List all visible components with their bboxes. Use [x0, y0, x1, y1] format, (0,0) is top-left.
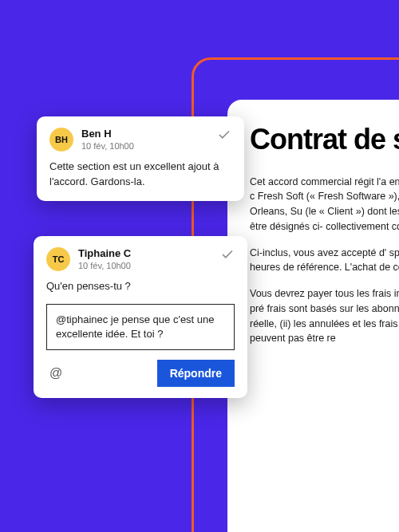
author-block: Ben H 10 fév, 10h00 [81, 128, 217, 152]
comment-timestamp: 10 fév, 10h00 [81, 140, 217, 152]
reply-button[interactable]: Répondre [157, 360, 235, 387]
document-page: Contrat de servic Cet accord commercial … [227, 100, 399, 532]
document-paragraph: Ci-inclus, vous avez accepté d' spécifié… [250, 246, 399, 276]
document-paragraph: Vous devrez payer tous les frais indicat… [250, 286, 399, 346]
avatar: TC [46, 247, 70, 271]
author-name: Tiphaine C [78, 247, 220, 260]
document-title: Contrat de servic [250, 124, 399, 156]
author-name: Ben H [81, 128, 217, 140]
resolve-check-icon[interactable] [220, 247, 235, 262]
comment-body: Cette section est un excellent ajout à l… [49, 160, 231, 190]
document-paragraph: Cet accord commercial régit l'a entrera … [250, 175, 399, 234]
comment-card[interactable]: TC Tiphaine C 10 fév, 10h00 Qu'en penses… [34, 236, 247, 398]
mention-button[interactable]: @ [46, 365, 65, 382]
author-block: Tiphaine C 10 fév, 10h00 [78, 247, 220, 271]
comment-timestamp: 10 fév, 10h00 [78, 260, 220, 271]
comment-body: Qu'en penses-tu ? [46, 279, 235, 294]
comment-header: BH Ben H 10 fév, 10h00 [49, 128, 231, 152]
comment-header: TC Tiphaine C 10 fév, 10h00 [46, 247, 235, 271]
comment-card[interactable]: BH Ben H 10 fév, 10h00 Cette section est… [37, 116, 244, 201]
avatar: BH [49, 128, 73, 152]
resolve-check-icon[interactable] [217, 128, 231, 142]
reply-input[interactable]: @tiphainec je pense que c'est une excell… [46, 304, 235, 350]
reply-actions: @ Répondre [46, 360, 235, 387]
